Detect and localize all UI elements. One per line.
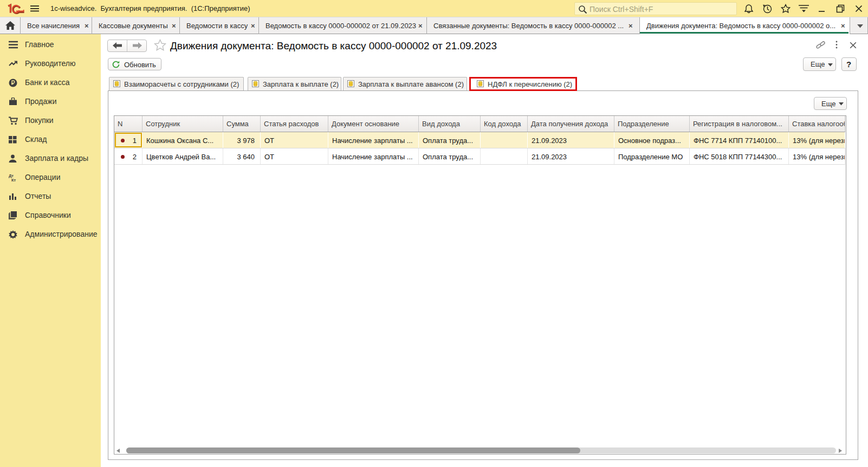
svg-text:Кт: Кт bbox=[11, 178, 16, 182]
